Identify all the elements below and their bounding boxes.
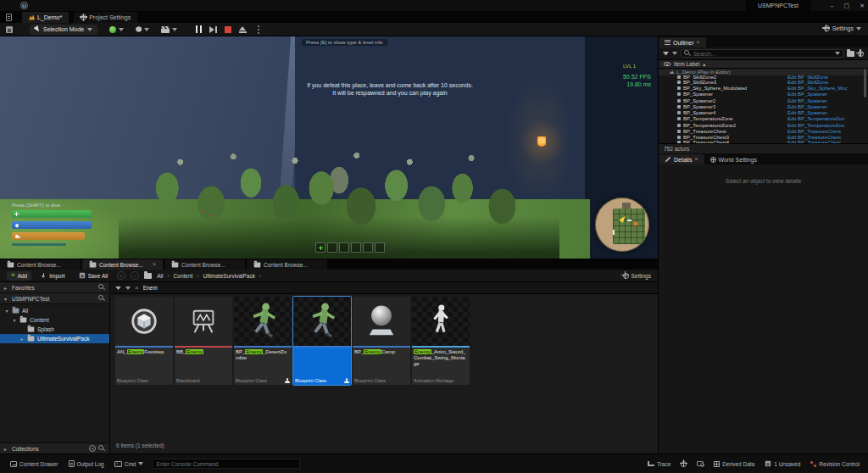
column-item-label[interactable]: Item Label [674, 61, 699, 67]
outliner-search-box[interactable] [681, 49, 843, 58]
edit-blueprint-link[interactable]: Edit BP_Spawner [787, 98, 865, 103]
camera-icon[interactable] [697, 461, 704, 466]
filter-icon[interactable] [663, 52, 669, 55]
blueprints-dropdown[interactable] [109, 26, 124, 33]
content-drawer-button[interactable]: Content Drawer [10, 461, 58, 467]
tab-project-settings[interactable]: Project Settings [74, 12, 137, 23]
tab-outliner[interactable]: Outliner × [659, 37, 706, 47]
caret-icon[interactable]: ▸ [19, 336, 25, 342]
edit-blueprint-link[interactable]: Edit BP_Spawner [787, 110, 865, 115]
close-icon[interactable]: × [153, 262, 156, 267]
edit-blueprint-link[interactable]: Edit BP_TemperatureZon [787, 116, 865, 121]
output-log-button[interactable]: Output Log [69, 460, 104, 467]
save-all-button[interactable]: Save All [75, 271, 113, 281]
selection-mode-dropdown[interactable]: Selection Mode [30, 25, 97, 35]
table-row[interactable]: BP_Spawner3 Edit BP_Spawner [659, 103, 868, 109]
gear-icon[interactable] [681, 461, 687, 467]
filter-icon[interactable] [115, 287, 121, 290]
edit-blueprint-link[interactable]: Edit BP_Spawner [787, 92, 865, 97]
close-icon[interactable]: × [694, 157, 698, 162]
breadcrumb-item[interactable]: Content [174, 273, 193, 279]
minimize-button[interactable]: – [831, 3, 834, 8]
search-icon[interactable] [98, 284, 105, 291]
cmd-dropdown[interactable]: >_Cmd [114, 461, 144, 467]
add-collection-icon[interactable]: + [89, 445, 96, 452]
close-icon[interactable]: × [697, 40, 700, 45]
clear-search-icon[interactable]: × [135, 286, 139, 291]
forward-button[interactable]: → [131, 271, 139, 280]
chevron-down-icon[interactable] [672, 52, 677, 55]
table-row[interactable]: BP_TemperatureZone2 Edit BP_TemperatureZ… [659, 122, 868, 128]
collections-header[interactable]: ▸ Collections + [0, 442, 109, 454]
caret-icon[interactable]: ▾ [4, 308, 9, 314]
frame-skip-button[interactable] [209, 26, 217, 33]
tree-item[interactable]: Splash [0, 325, 109, 334]
import-button[interactable]: Import [36, 271, 69, 281]
table-row[interactable]: BP_TreasureChest4 Edit BP_TreasureChest [659, 141, 868, 143]
table-row[interactable]: BP_TreasureChest Edit BP_TreasureChest [659, 128, 868, 134]
tab-content-browser[interactable]: Content Browse... × [0, 259, 81, 270]
cb-settings-button[interactable]: Settings [623, 273, 652, 279]
maximize-button[interactable]: ▢ [844, 3, 850, 9]
folder-icon[interactable] [847, 51, 854, 57]
back-button[interactable]: ← [117, 271, 125, 280]
search-icon[interactable] [98, 295, 105, 302]
search-icon[interactable] [98, 445, 105, 452]
trace-button[interactable]: Trace [648, 461, 670, 467]
tree-item[interactable]: ▾ Content [0, 315, 109, 325]
close-button[interactable]: ✕ [860, 3, 865, 9]
stop-button[interactable] [225, 26, 231, 33]
derived-data-button[interactable]: Derived Data [714, 461, 754, 467]
viewport-settings-dropdown[interactable]: Settings [824, 25, 861, 31]
table-row[interactable]: BP_TemperatureZone Edit BP_TemperatureZo… [659, 116, 868, 122]
asset-search-input[interactable] [143, 285, 313, 291]
tab-content-browser[interactable]: Content Browse... × [82, 259, 163, 270]
edit-blueprint-link[interactable]: Edit BP_TreasureChest [787, 129, 865, 134]
game-viewport[interactable]: Press [E] to show type & level info If y… [0, 36, 658, 259]
chevron-down-icon[interactable] [835, 52, 840, 55]
sort-arrow-icon[interactable]: ▲ [702, 62, 706, 67]
asset-tile[interactable]: BP_Enemy_DesertZombie Blueprint Class [234, 297, 292, 385]
table-row[interactable]: BP_Spawner4 Edit BP_Spawner [659, 109, 868, 115]
tree-item[interactable]: ▾ All [0, 306, 109, 315]
play-options-icon[interactable] [258, 29, 259, 31]
breadcrumb-item[interactable]: All [157, 273, 163, 279]
edit-blueprint-link[interactable]: Edit BP_SkillZone [787, 80, 865, 85]
unreal-logo-icon[interactable]: U [20, 2, 28, 9]
asset-tile[interactable]: BP_Enemy_Zombie Blueprint Class [293, 297, 351, 385]
search-input[interactable] [693, 51, 832, 57]
tab-content-browser[interactable]: Content Browse... × [164, 259, 245, 270]
caret-icon[interactable]: ▾ [12, 317, 17, 323]
tree-item[interactable]: ▸ UltimateSurvivalPack [0, 334, 109, 343]
asset-tile[interactable]: AN_EnemyFootstep Blueprint Class [115, 297, 173, 385]
cinematics-dropdown[interactable] [161, 26, 177, 33]
edit-blueprint-link[interactable]: Edit BP_TreasureChest [787, 141, 865, 143]
gear-icon[interactable] [858, 51, 864, 57]
edit-blueprint-link[interactable]: Edit BP_TemperatureZon [787, 123, 865, 128]
table-row[interactable]: BP_TreasureChest3 Edit BP_TreasureChest [659, 135, 868, 141]
tab-content-browser[interactable]: Content Browse... × [247, 259, 327, 270]
world-row[interactable]: L_Demo (Play In Editor) [659, 69, 868, 75]
console-input-wrap[interactable] [152, 459, 300, 469]
chevron-down-icon[interactable] [125, 287, 131, 290]
pause-button[interactable] [196, 25, 202, 33]
layout-icon[interactable] [6, 14, 12, 21]
asset-tile[interactable]: BP_EnemyCamp Blueprint Class [353, 297, 410, 385]
save-icon[interactable] [6, 26, 13, 33]
quick-add-dropdown[interactable] [136, 26, 149, 32]
asset-tile[interactable]: Enemy_Anim_Sword_Combat_Swing_Montage An… [412, 297, 470, 385]
table-row[interactable]: BP_Sky_Sphere_Modulated Edit BP_Sky_Sphe… [659, 85, 868, 91]
project-header[interactable]: ▾ USMPNPCTest [0, 293, 109, 304]
edit-blueprint-link[interactable]: Edit BP_Spawner [787, 104, 865, 109]
tab-world-settings[interactable]: World Settings [704, 154, 763, 164]
asset-tile[interactable]: BB_Enemy Blackboard [175, 297, 232, 385]
tab-level[interactable]: L_Demo* [22, 12, 69, 23]
tab-details[interactable]: Details × [659, 154, 704, 164]
console-input[interactable] [156, 461, 296, 467]
revision-control-button[interactable]: Revision Control [810, 461, 860, 467]
breadcrumb-item[interactable]: UltimateSurvivalPack [203, 273, 255, 279]
table-row[interactable]: BP_Spawner Edit BP_Spawner [659, 92, 868, 97]
unsaved-button[interactable]: 1 Unsaved [765, 460, 800, 467]
eye-icon[interactable] [664, 62, 670, 66]
favorites-header[interactable]: ▸ Favorites [0, 282, 109, 293]
